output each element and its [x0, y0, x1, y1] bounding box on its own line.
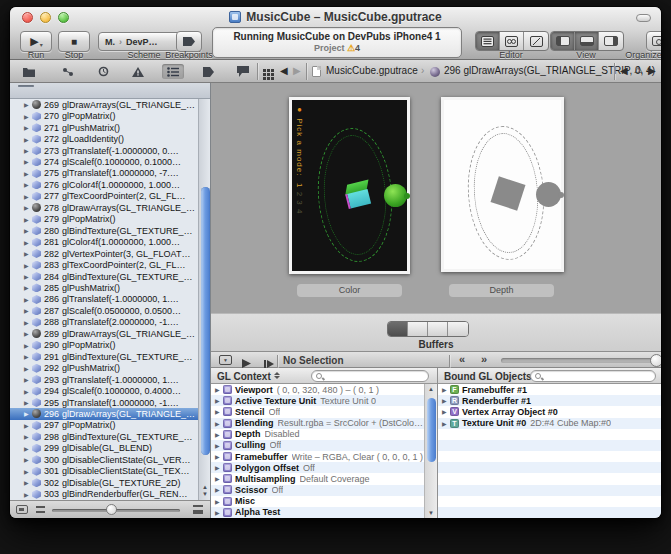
breakpoint-navigator-icon[interactable]	[197, 64, 219, 79]
toolbar-toggle-button[interactable]	[636, 14, 651, 22]
trace-call-row[interactable]: ▶ 273 glTranslatef(-1.0000000, 0.…	[10, 145, 198, 156]
trace-call-row[interactable]: ▶ 298 glBindTexture(GL_TEXTURE_…	[10, 431, 198, 442]
title-bar[interactable]: MusicCube – MusicCube.gputrace	[10, 7, 661, 27]
gl-state-row[interactable]: ▶ Scissor Off	[211, 484, 424, 495]
bound-objects-title[interactable]: Bound GL Objects	[444, 371, 541, 382]
trace-call-row[interactable]: ▶ 296 glDrawArrays(GL_TRIANGLE_…	[10, 408, 198, 419]
trace-call-row[interactable]: ▶ 302 glDisable(GL_TEXTURE_2D)	[10, 477, 198, 488]
trace-call-row[interactable]: ▶ 291 glBindTexture(GL_TEXTURE_…	[10, 351, 198, 362]
trace-call-row[interactable]: ▶ 279 glPopMatrix()	[10, 214, 198, 225]
symbol-navigator-icon[interactable]	[57, 64, 79, 79]
trace-call-row[interactable]: ▶ 270 glPopMatrix()	[10, 110, 198, 121]
disclosure-triangle-icon[interactable]: ▶	[24, 158, 32, 165]
disclosure-triangle-icon[interactable]: ▶	[24, 479, 32, 486]
jump-bar-back-button[interactable]: ◀	[280, 65, 288, 76]
disclosure-triangle-icon[interactable]: ▶	[24, 216, 32, 223]
disclosure-triangle-icon[interactable]: ▶	[24, 113, 32, 120]
gl-context-scrollbar[interactable]: ▲ ▼	[424, 384, 437, 518]
trace-call-row[interactable]: ▶ 288 glTranslatef(2.0000000, -1.…	[10, 317, 198, 328]
trace-call-row[interactable]: ▶ 286 glTranslatef(-1.0000000, 1.…	[10, 294, 198, 305]
frame-slider-thumb[interactable]	[106, 504, 117, 515]
disclosure-triangle-icon[interactable]: ▶	[24, 204, 32, 211]
scope-tab[interactable]	[48, 85, 64, 87]
disclosure-triangle-icon[interactable]: ▶	[442, 386, 450, 393]
disclosure-triangle-icon[interactable]: ▶	[24, 456, 32, 463]
gl-context-scrollbar-thumb[interactable]	[427, 398, 436, 462]
bound-object-row[interactable]: ▶ V Vertex Array Object #0	[438, 406, 661, 417]
trace-call-row[interactable]: ▶ 303 glBindRenderbuffer(GL_REN…	[10, 488, 198, 499]
buffer-segment-button[interactable]	[388, 322, 408, 336]
trace-call-row[interactable]: ▶ 290 glPopMatrix()	[10, 340, 198, 351]
related-items-icon[interactable]	[263, 66, 274, 77]
trace-call-row[interactable]: ▶ 271 glPushMatrix()	[10, 122, 198, 133]
disclosure-triangle-icon[interactable]: ▶	[215, 464, 223, 471]
trace-call-row[interactable]: ▶ 294 glScalef(0.1000000, 0.4000…	[10, 385, 198, 396]
gl-state-row[interactable]: ▶ Stencil Off	[211, 406, 424, 417]
gl-state-row[interactable]: ▶ Depth Disabled	[211, 429, 424, 440]
disclosure-triangle-icon[interactable]: ▶	[24, 181, 32, 188]
disclosure-triangle-icon[interactable]: ▶	[442, 408, 450, 415]
trace-call-row[interactable]: ▶ 297 glPopMatrix()	[10, 420, 198, 431]
toggle-utilities-button[interactable]	[599, 32, 623, 50]
gl-state-row[interactable]: ▶ Alpha Test	[211, 507, 424, 518]
activity-issues[interactable]: Project ⚠4	[213, 43, 461, 53]
disclosure-triangle-icon[interactable]: ▶	[24, 445, 32, 452]
search-navigator-icon[interactable]	[92, 64, 114, 79]
project-navigator-icon[interactable]	[18, 64, 40, 79]
gl-state-row[interactable]: ▶ Polygon Offset Off	[211, 462, 424, 473]
disclosure-triangle-icon[interactable]: ▶	[215, 453, 223, 460]
bound-object-row[interactable]: ▶ F Framebuffer #1	[438, 384, 661, 395]
trace-call-row[interactable]: ▶ 281 glColor4f(1.0000000, 1.000…	[10, 236, 198, 247]
trace-call-row[interactable]: ▶ 292 glPushMatrix()	[10, 362, 198, 373]
trace-call-row[interactable]: ▶ 299 glDisable(GL_BLEND)	[10, 443, 198, 454]
disclosure-triangle-icon[interactable]: ▶	[24, 284, 32, 291]
breakpoints-button[interactable]	[176, 31, 202, 52]
scroll-up-arrow[interactable]: ▲	[425, 386, 437, 392]
trace-call-row[interactable]: ▶ 295 glTranslatef(1.0000000, -1.…	[10, 397, 198, 408]
disclosure-triangle-icon[interactable]: ▶	[215, 431, 223, 438]
gl-state-row[interactable]: ▶ Misc	[211, 496, 424, 507]
buffer-segment-button[interactable]	[408, 322, 428, 336]
frame-scrubber-thumb[interactable]	[650, 354, 661, 367]
gl-context-title[interactable]: GL Context	[217, 371, 280, 382]
bound-objects-search-field[interactable]	[530, 370, 656, 382]
trace-call-row[interactable]: ▶ 276 glColor4f(1.0000000, 1.000…	[10, 179, 198, 190]
trace-call-row[interactable]: ▶ 284 glBindTexture(GL_TEXTURE_…	[10, 271, 198, 282]
trace-call-row[interactable]: ▶ 287 glScalef(0.0500000, 0.0500…	[10, 305, 198, 316]
disclosure-triangle-icon[interactable]: ▶	[215, 420, 223, 427]
trace-call-row[interactable]: ▶ 293 glTranslatef(-1.0000000, 1.…	[10, 374, 198, 385]
disclosure-triangle-icon[interactable]: ▶	[24, 193, 32, 200]
disclosure-triangle-icon[interactable]: ▶	[24, 273, 32, 280]
disclosure-triangle-icon[interactable]: ▶	[24, 330, 32, 337]
trace-call-row[interactable]: ▶ 283 glTexCoordPointer(2, GL_FL…	[10, 259, 198, 270]
rewind-frames-button[interactable]: «	[459, 353, 465, 365]
trace-call-row[interactable]: ▶ 275 glTranslatef(1.0000000, -7.…	[10, 168, 198, 179]
gl-state-row[interactable]: ▶ Blending Result.rgba = SrcColor + (Dst…	[211, 417, 424, 428]
frame-scrubber-track[interactable]	[501, 358, 661, 363]
disclosure-triangle-icon[interactable]: ▶	[24, 136, 32, 143]
bound-object-row[interactable]: ▶ T Texture Unit #0 2D:#4 Cube Map:#0	[438, 417, 661, 428]
trace-call-row[interactable]: ▶ 300 glDisableClientState(GL_VER…	[10, 454, 198, 465]
trace-call-row[interactable]: ▶ 282 glVertexPointer(3, GL_FLOAT…	[10, 248, 198, 259]
gl-state-row[interactable]: ▶ Viewport ( 0, 0, 320, 480 ) – ( 0, 1 )	[211, 384, 424, 395]
trace-call-row[interactable]: ▶ 272 glLoadIdentity()	[10, 133, 198, 144]
disclosure-triangle-icon[interactable]: ▶	[215, 442, 223, 449]
log-navigator-icon[interactable]	[232, 64, 254, 79]
disclosure-triangle-icon[interactable]: ▶	[24, 262, 32, 269]
next-issue-button[interactable]: ▶	[648, 65, 656, 76]
disclosure-triangle-icon[interactable]: ▶	[215, 475, 223, 482]
disclosure-triangle-icon[interactable]: ▶	[24, 296, 32, 303]
disclosure-triangle-icon[interactable]: ▶	[24, 307, 32, 314]
disclosure-triangle-icon[interactable]: ▶	[215, 408, 223, 415]
scroll-down-arrow[interactable]: ▼	[425, 510, 437, 516]
disclosure-triangle-icon[interactable]: ▶	[442, 397, 450, 404]
disclosure-triangle-icon[interactable]: ▶	[215, 486, 223, 493]
document-proxy-icon[interactable]	[229, 11, 241, 23]
disclosure-triangle-icon[interactable]: ▶	[24, 101, 32, 108]
trace-call-row[interactable]: ▶ 274 glScalef(0.1000000, 0.1000…	[10, 156, 198, 167]
jump-bar-forward-button[interactable]: ▶	[293, 65, 301, 76]
gl-context-search-field[interactable]	[311, 370, 429, 382]
disclosure-triangle-icon[interactable]: ▶	[24, 239, 32, 246]
trace-call-row[interactable]: ▶ 285 glPushMatrix()	[10, 282, 198, 293]
stop-button[interactable]: ■	[58, 31, 90, 52]
